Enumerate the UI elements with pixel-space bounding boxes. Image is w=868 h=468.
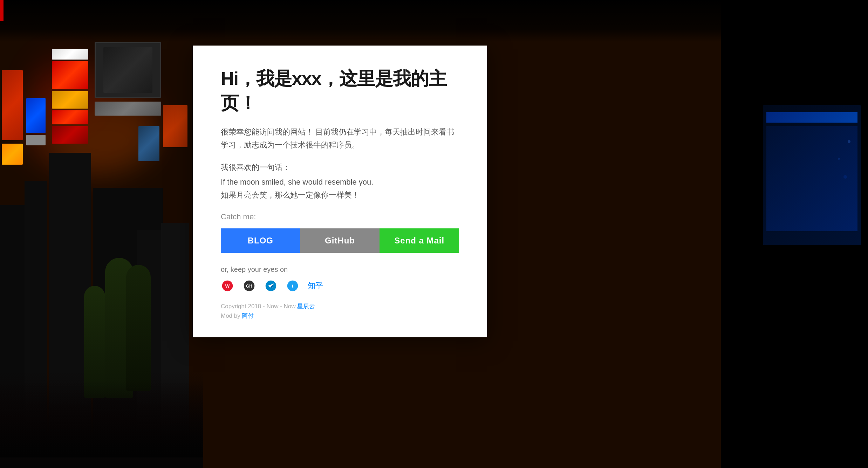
send-mail-button[interactable]: Send a Mail [380, 228, 459, 253]
page-description: 很荣幸您能访问我的网站！ 目前我仍在学习中，每天抽出时间来看书学习，励志成为一个… [221, 125, 459, 152]
svg-text:t: t [292, 283, 294, 289]
red-corner-accent [0, 0, 4, 21]
copyright-line: Copyright 2018 - Now - Now 星辰云 [221, 302, 459, 310]
copyright-text: Copyright 2018 - Now [221, 303, 278, 310]
zhihu-link[interactable]: 知乎 [308, 281, 323, 291]
quote-english: If the moon smiled, she would resemble y… [221, 178, 373, 186]
copyright-link[interactable]: 星辰云 [297, 303, 315, 310]
github-social-icon[interactable]: GH [242, 279, 256, 292]
catch-me-label: Catch me: [221, 212, 459, 221]
mod-link[interactable]: 阿付 [242, 312, 254, 319]
twitter-icon[interactable]: t [286, 279, 299, 292]
github-button[interactable]: GitHub [300, 228, 380, 253]
quote-label: 我很喜欢的一句话： [221, 162, 459, 173]
social-icons-row: W GH t 知乎 [221, 279, 459, 292]
blog-button[interactable]: BLOG [221, 228, 300, 253]
button-row: BLOG GitHub Send a Mail [221, 228, 459, 253]
keep-eyes-label: or, keep your eyes on [221, 266, 459, 274]
svg-text:W: W [225, 283, 230, 289]
right-panel [721, 0, 868, 468]
mod-text: Mod by [221, 312, 240, 319]
main-card: Hi，我是xxx，这里是我的主页！ 很荣幸您能访问我的网站！ 目前我仍在学习中，… [193, 46, 487, 337]
quote-chinese: 如果月亮会笑，那么她一定像你一样美！ [221, 191, 360, 199]
telegram-icon[interactable] [264, 279, 278, 292]
weibo-icon[interactable]: W [221, 279, 234, 292]
city-buildings [0, 0, 203, 468]
page-heading: Hi，我是xxx，这里是我的主页！ [221, 67, 459, 116]
svg-text:GH: GH [246, 284, 252, 289]
mod-line: Mod by 阿付 [221, 312, 459, 320]
quote-block: If the moon smiled, she would resemble y… [221, 176, 459, 202]
